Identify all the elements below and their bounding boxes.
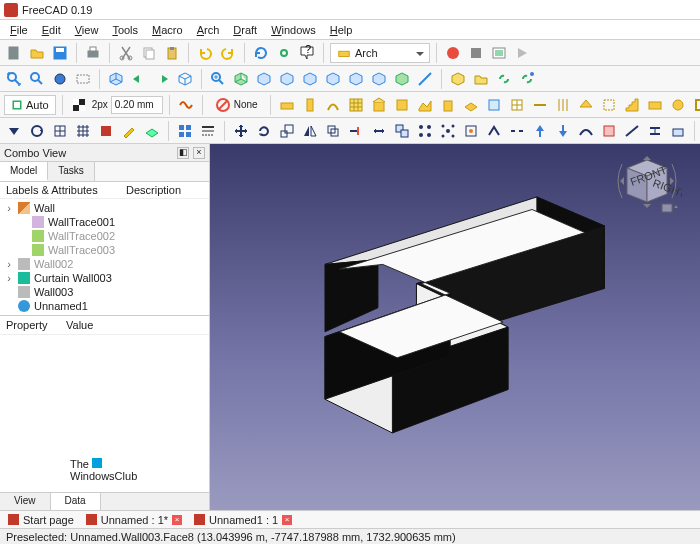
- cube6-icon[interactable]: [346, 69, 366, 89]
- isometric-icon[interactable]: [106, 69, 126, 89]
- bounding-box-icon[interactable]: [73, 69, 93, 89]
- line-width-input[interactable]: [111, 96, 163, 114]
- cut-icon[interactable]: [116, 43, 136, 63]
- arch-window-icon[interactable]: [507, 95, 527, 115]
- menu-edit[interactable]: Edit: [36, 22, 67, 38]
- view-front-icon[interactable]: [129, 69, 149, 89]
- menu-macro[interactable]: Macro: [146, 22, 189, 38]
- paste-icon[interactable]: [162, 43, 182, 63]
- pencil-icon[interactable]: [119, 121, 139, 141]
- arch-reference-icon[interactable]: [484, 95, 504, 115]
- macro-stop-icon[interactable]: [466, 43, 486, 63]
- zoom-in-icon[interactable]: [208, 69, 228, 89]
- rotate-tool-icon[interactable]: [254, 121, 274, 141]
- fit-selection-icon[interactable]: [27, 69, 47, 89]
- circle-arrow-icon[interactable]: [27, 121, 47, 141]
- style-lines-icon[interactable]: [198, 121, 218, 141]
- trimex-icon[interactable]: [346, 121, 366, 141]
- none-button[interactable]: None: [209, 95, 264, 115]
- doc-tab-unnamed[interactable]: Unnamed : 1*×: [86, 514, 182, 526]
- menu-arch[interactable]: Arch: [191, 22, 226, 38]
- display-mode-icon[interactable]: [175, 121, 195, 141]
- array-icon[interactable]: [415, 121, 435, 141]
- cube7-icon[interactable]: [369, 69, 389, 89]
- tree-item[interactable]: WallTrace002: [0, 229, 209, 243]
- angle-down-icon[interactable]: [4, 121, 24, 141]
- open-file-icon[interactable]: [27, 43, 47, 63]
- tab-model[interactable]: Model: [0, 162, 48, 181]
- redo-icon[interactable]: [218, 43, 238, 63]
- tab-data[interactable]: Data: [51, 493, 101, 510]
- navigation-cube[interactable]: FRONT RIGHT: [612, 154, 682, 224]
- new-file-icon[interactable]: [4, 43, 24, 63]
- copy-icon[interactable]: [139, 43, 159, 63]
- menu-windows[interactable]: Windows: [265, 22, 322, 38]
- macro-list-icon[interactable]: [489, 43, 509, 63]
- construction-mode-icon[interactable]: [69, 95, 89, 115]
- sketch-icon[interactable]: [96, 121, 116, 141]
- link-make-icon[interactable]: [494, 69, 514, 89]
- stretch-icon[interactable]: [369, 121, 389, 141]
- menu-help[interactable]: Help: [324, 22, 359, 38]
- save-icon[interactable]: [50, 43, 70, 63]
- macro-record-icon[interactable]: [443, 43, 463, 63]
- menu-file[interactable]: File: [4, 22, 34, 38]
- arch-wall-icon[interactable]: [277, 95, 297, 115]
- tree-item[interactable]: ›Curtain Wall003: [0, 271, 209, 285]
- arch-equipment-icon[interactable]: [668, 95, 688, 115]
- link-actions-icon[interactable]: [517, 69, 537, 89]
- downgrade-icon[interactable]: [553, 121, 573, 141]
- fit-all-icon[interactable]: [4, 69, 24, 89]
- join-icon[interactable]: [484, 121, 504, 141]
- tree-item[interactable]: ›Wall: [0, 201, 209, 215]
- close-tab-icon[interactable]: ×: [282, 515, 292, 525]
- macro-play-icon[interactable]: [512, 43, 532, 63]
- cube4-icon[interactable]: [300, 69, 320, 89]
- wire2bspline-icon[interactable]: [576, 121, 596, 141]
- split-icon[interactable]: [507, 121, 527, 141]
- upgrade-icon[interactable]: [530, 121, 550, 141]
- arch-structure-icon[interactable]: [300, 95, 320, 115]
- slope-icon[interactable]: [622, 121, 642, 141]
- cube5-icon[interactable]: [323, 69, 343, 89]
- tree-item[interactable]: WallTrace003: [0, 243, 209, 257]
- tab-view[interactable]: View: [0, 493, 51, 510]
- part-icon[interactable]: [448, 69, 468, 89]
- subelement-icon[interactable]: [461, 121, 481, 141]
- arch-stairs-icon[interactable]: [622, 95, 642, 115]
- tree-item[interactable]: WallTrace001: [0, 215, 209, 229]
- move-icon[interactable]: [231, 121, 251, 141]
- view-top-icon[interactable]: [152, 69, 172, 89]
- refresh-icon[interactable]: [251, 43, 271, 63]
- arch-site-icon[interactable]: [415, 95, 435, 115]
- shape2d-icon[interactable]: [668, 121, 688, 141]
- edit-icon[interactable]: [438, 121, 458, 141]
- cube2-icon[interactable]: [254, 69, 274, 89]
- tree-item[interactable]: ›Wall002: [0, 257, 209, 271]
- grid-icon[interactable]: [73, 121, 93, 141]
- arch-space-icon[interactable]: [599, 95, 619, 115]
- menu-view[interactable]: View: [69, 22, 105, 38]
- undo-icon[interactable]: [195, 43, 215, 63]
- link-icon[interactable]: [274, 43, 294, 63]
- offset-icon[interactable]: [323, 121, 343, 141]
- panel-float-icon[interactable]: ◧: [177, 147, 189, 159]
- print-icon[interactable]: [83, 43, 103, 63]
- arch-frame-icon[interactable]: [691, 95, 700, 115]
- tree-item[interactable]: Wall003: [0, 285, 209, 299]
- tab-tasks[interactable]: Tasks: [48, 162, 95, 181]
- cube1-icon[interactable]: [231, 69, 251, 89]
- arch-building-icon[interactable]: [438, 95, 458, 115]
- flipdim-icon[interactable]: [645, 121, 665, 141]
- arch-panel-icon[interactable]: [645, 95, 665, 115]
- panel-close-icon[interactable]: ×: [193, 147, 205, 159]
- measure-icon[interactable]: [415, 69, 435, 89]
- arch-section-icon[interactable]: [530, 95, 550, 115]
- clone-icon[interactable]: [392, 121, 412, 141]
- arch-roof-icon[interactable]: [576, 95, 596, 115]
- continue-mode-icon[interactable]: [176, 95, 196, 115]
- grid-rotate-icon[interactable]: [50, 121, 70, 141]
- arch-buildingpart-icon[interactable]: [369, 95, 389, 115]
- draw-style-icon[interactable]: [50, 69, 70, 89]
- cube3-icon[interactable]: [277, 69, 297, 89]
